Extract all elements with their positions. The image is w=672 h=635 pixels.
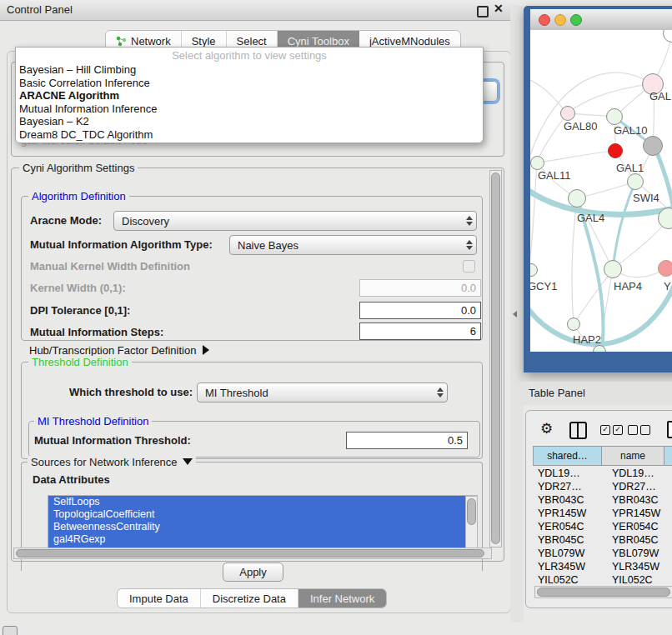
algorithm-definition-title: Algorithm Definition: [28, 190, 129, 202]
cell: YDL19…: [607, 468, 672, 480]
table-row[interactable]: YBL079WYBL079W: [533, 548, 672, 560]
hub-definition-toggle[interactable]: Hub/Transcription Factor Definition: [29, 344, 209, 357]
mi-steps-field[interactable]: 6: [359, 322, 481, 340]
column-header-clipped[interactable]: A: [664, 446, 672, 466]
popup-item-selected[interactable]: ARACNE Algorithm: [16, 89, 483, 102]
network-node[interactable]: [643, 136, 663, 156]
scrollbar-thumb[interactable]: [467, 498, 476, 525]
list-item[interactable]: TopologicalCoefficient: [48, 508, 477, 521]
table-panel-title: Table Panel: [529, 387, 585, 399]
scrollbar-thumb[interactable]: [537, 588, 670, 597]
column-header-name[interactable]: name: [602, 446, 664, 466]
table-row[interactable]: YIL052CYIL052C9.: [533, 574, 672, 587]
mac-minimize-icon[interactable]: [554, 14, 566, 26]
table-row[interactable]: YBR043CYBR043C: [533, 494, 672, 507]
aracne-mode-combo[interactable]: Discovery: [113, 211, 477, 231]
tab-infer-network[interactable]: Infer Network: [298, 589, 386, 608]
network-icon: [116, 36, 127, 47]
mac-close-icon[interactable]: [539, 14, 550, 26]
data-attributes-label: Data Attributes: [33, 473, 110, 486]
table-row[interactable]: YLR345WYLR345W9.: [533, 561, 672, 573]
popup-item[interactable]: Mutual Information Inference: [16, 102, 483, 116]
collapse-left-icon[interactable]: [513, 311, 517, 318]
float-window-icon[interactable]: [477, 6, 489, 18]
apply-button[interactable]: Apply: [223, 562, 283, 582]
mac-zoom-icon[interactable]: [570, 14, 582, 26]
which-threshold-combo[interactable]: MI Threshold: [197, 382, 448, 402]
mi-type-label: Mutual Information Algorithm Type:: [30, 238, 213, 251]
network-node-gal80[interactable]: [560, 106, 575, 121]
table-row[interactable]: YDR27…YDR27…12: [533, 481, 672, 493]
cell: YLR345W: [533, 561, 607, 573]
scrollbar-thumb[interactable]: [16, 549, 484, 558]
tab-impute-data[interactable]: Impute Data: [118, 589, 201, 608]
network-node-gal10[interactable]: [606, 108, 623, 125]
list-item[interactable]: SelfLoops: [48, 496, 477, 508]
network-node-hap2[interactable]: [567, 318, 580, 331]
mi-threshold-field[interactable]: 0.5: [346, 432, 468, 449]
list-item[interactable]: gal4RGexp: [48, 533, 477, 546]
settings-vertical-scrollbar[interactable]: [489, 170, 502, 548]
manual-kernel-checkbox[interactable]: [463, 260, 475, 272]
popup-item[interactable]: Basic Correlation Inference: [16, 77, 483, 90]
table-row[interactable]: YPR145WYPR145W9.: [533, 508, 672, 520]
network-node[interactable]: [658, 260, 672, 277]
tab-style-label: Style: [192, 35, 216, 48]
tab-discretize-data[interactable]: Discretize Data: [201, 589, 298, 608]
list-item[interactable]: BetweennessCentrality: [48, 521, 477, 533]
gear-icon[interactable]: ⚙: [540, 420, 553, 438]
settings-horizontal-scrollbar[interactable]: [13, 548, 492, 559]
algorithm-definition-group: Algorithm Definition Aracne Mode: Discov…: [21, 196, 483, 341]
sources-title-label: Sources for Network Inference: [31, 456, 178, 468]
network-node-gal11[interactable]: [530, 156, 544, 170]
hub-definition-label: Hub/Transcription Factor Definition: [29, 344, 196, 357]
node-label: GAL: [649, 90, 671, 102]
node-label: HAP4: [614, 280, 642, 292]
network-canvas[interactable]: GAL GAL80 GAL10 GAL1 GAL11 SWI4 GAL4 GCY…: [530, 30, 672, 352]
scrollbar-thumb[interactable]: [491, 172, 500, 544]
network-node-hap4[interactable]: [604, 260, 622, 278]
sources-group-title[interactable]: Sources for Network Inference: [28, 456, 196, 468]
bottom-left-partial-icon[interactable]: [3, 626, 18, 635]
popup-placeholder: Select algorithm to view settings: [16, 48, 483, 63]
mi-steps-label: Mutual Information Steps:: [30, 326, 163, 338]
kernel-width-field[interactable]: 0.0: [359, 279, 481, 297]
close-icon[interactable]: ✕: [494, 2, 504, 15]
dpi-tolerance-field[interactable]: 0.0: [359, 302, 481, 319]
network-node-gal1[interactable]: [627, 173, 644, 190]
column-header-shared[interactable]: shared…: [533, 446, 602, 466]
cell: YIL052C: [533, 574, 607, 587]
cell: YIL052C: [607, 574, 672, 587]
threshold-definition-group: Threshold Definition Which threshold to …: [21, 362, 483, 459]
cell: YER054C: [607, 521, 672, 533]
popup-item[interactable]: Bayesian – K2: [16, 115, 483, 128]
document-icon[interactable]: [667, 421, 672, 438]
node-label: GAL80: [564, 120, 597, 132]
algorithm-dropdown-popup: Select algorithm to view settings Bayesi…: [15, 47, 484, 143]
unselect-all-checkboxes-icon[interactable]: [628, 425, 650, 435]
popup-item[interactable]: Dream8 DC_TDC Algorithm: [16, 128, 483, 142]
popup-item[interactable]: Bayesian – Hill Climbing: [16, 63, 483, 77]
table-horizontal-scrollbar[interactable]: [534, 586, 672, 598]
network-window[interactable]: GAL GAL80 GAL10 GAL1 GAL11 SWI4 GAL4 GCY…: [524, 6, 672, 372]
attributes-list-scrollbar[interactable]: [465, 496, 478, 548]
cell: YBR045C: [533, 534, 607, 547]
data-attributes-list[interactable]: SelfLoops TopologicalCoefficient Between…: [48, 495, 478, 549]
panel-divider[interactable]: [510, 6, 524, 622]
table-row[interactable]: YDL19…YDL19…13: [533, 468, 672, 480]
columns-icon[interactable]: [569, 422, 587, 439]
cell: YBL079W: [607, 548, 672, 560]
table-row[interactable]: YBR045CYBR045C9.: [533, 534, 672, 547]
table-row[interactable]: YER054CYER054C8.: [533, 521, 672, 533]
network-node-selected[interactable]: [608, 143, 623, 158]
mi-type-combo[interactable]: Naive Bayes: [229, 235, 477, 255]
screenshot-stage: Control Panel ✕ Network Style Select Cyn…: [0, 0, 672, 635]
network-node-gal4[interactable]: [568, 189, 586, 208]
threshold-definition-title: Threshold Definition: [28, 356, 132, 368]
select-all-checkboxes-icon[interactable]: ✓ ✓: [600, 425, 623, 435]
cell: YPR145W: [533, 508, 607, 520]
network-window-titlebar[interactable]: [530, 9, 672, 31]
mi-threshold-group: MI Threshold Definition Mutual Informati…: [28, 421, 480, 458]
cell: YDR27…: [607, 481, 672, 493]
node-label: GAL1: [616, 162, 644, 174]
